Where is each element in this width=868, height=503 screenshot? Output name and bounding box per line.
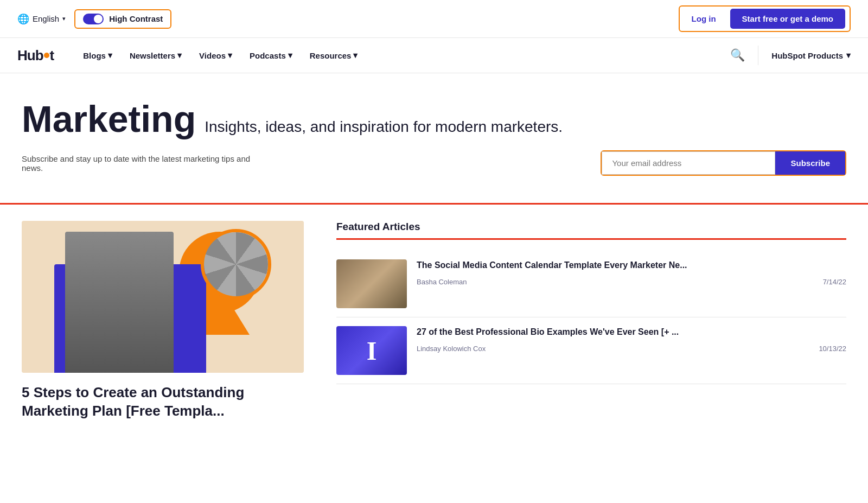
red-divider <box>0 203 868 205</box>
chevron-down-icon: ▾ <box>846 50 851 60</box>
featured-author-2: Lindsay Kolowich Cox <box>417 345 486 353</box>
chevron-down-icon: ▾ <box>353 50 358 60</box>
sidebar: Featured Articles The Social Media Conte… <box>336 221 846 421</box>
chevron-down-icon: ▾ <box>288 50 292 60</box>
top-bar: 🌐 English ▾ High Contrast Log in Start f… <box>0 0 868 38</box>
toggle-switch[interactable] <box>83 14 104 24</box>
login-button[interactable]: Log in <box>684 11 724 27</box>
hero-section: Marketing Insights, ideas, and inspirati… <box>0 73 868 203</box>
language-label: English <box>33 14 59 23</box>
featured-date-2: 10/13/22 <box>819 345 846 353</box>
logo-text: Hubt <box>17 47 54 64</box>
gears-inner <box>204 232 268 296</box>
subscribe-form: Subscribe <box>601 150 846 176</box>
nav-videos[interactable]: Videos ▾ <box>192 46 240 65</box>
featured-thumb-2: I <box>336 326 407 375</box>
high-contrast-toggle[interactable]: High Contrast <box>74 9 171 29</box>
chevron-down-icon: ▾ <box>62 15 66 22</box>
chevron-down-icon: ▾ <box>108 50 112 60</box>
demo-button[interactable]: Start free or get a demo <box>730 9 845 29</box>
thumb-letter: I <box>367 336 377 366</box>
chevron-down-icon: ▾ <box>177 50 182 60</box>
featured-heading: Featured Articles <box>336 221 846 233</box>
nav-divider <box>758 46 758 65</box>
logo[interactable]: Hubt <box>17 47 54 64</box>
logo-suffix: t <box>50 47 54 63</box>
article-title[interactable]: 5 Steps to Create an Outstanding Marketi… <box>22 384 304 421</box>
nav-podcasts[interactable]: Podcasts ▾ <box>242 46 300 65</box>
featured-item-2[interactable]: I 27 of the Best Professional Bio Exampl… <box>336 317 846 384</box>
featured-item[interactable]: The Social Media Content Calendar Templa… <box>336 251 846 317</box>
featured-title-1: The Social Media Content Calendar Templa… <box>417 259 846 271</box>
featured-meta-2: 27 of the Best Professional Bio Examples… <box>417 326 846 375</box>
featured-author-1: Basha Coleman <box>417 278 467 286</box>
search-icon[interactable]: 🔍 <box>730 48 745 62</box>
article-image <box>22 221 304 373</box>
nav-resources[interactable]: Resources ▾ <box>302 46 366 65</box>
language-selector[interactable]: 🌐 English ▾ <box>17 13 66 25</box>
chevron-down-icon: ▾ <box>228 50 232 60</box>
gears-decoration <box>201 229 271 300</box>
logo-dot <box>44 53 49 58</box>
content-area: 5 Steps to Create an Outstanding Marketi… <box>0 221 868 442</box>
subscribe-text: Subscribe and stay up to date with the l… <box>22 154 260 173</box>
high-contrast-label: High Contrast <box>109 14 163 23</box>
globe-icon: 🌐 <box>17 13 29 25</box>
featured-date-1: 7/14/22 <box>823 278 846 286</box>
toggle-knob <box>94 15 103 23</box>
subscribe-button[interactable]: Subscribe <box>775 151 845 175</box>
hero-title: Marketing <box>22 100 196 137</box>
main-article: 5 Steps to Create an Outstanding Marketi… <box>22 221 304 421</box>
featured-author-row-1: Basha Coleman 7/14/22 <box>417 278 846 286</box>
article-img-bg <box>22 221 304 373</box>
featured-author-row-2: Lindsay Kolowich Cox 10/13/22 <box>417 345 846 353</box>
featured-meta-1: The Social Media Content Calendar Templa… <box>417 259 846 308</box>
featured-thumb-1 <box>336 259 407 308</box>
top-bar-right: Log in Start free or get a demo <box>679 5 851 32</box>
nav-newsletters[interactable]: Newsletters ▾ <box>122 46 189 65</box>
nav-bar: Hubt Blogs ▾ Newsletters ▾ Videos ▾ Podc… <box>0 38 868 73</box>
logo-prefix: Hub <box>17 47 43 63</box>
hubspot-products-nav[interactable]: HubSpot Products ▾ <box>771 50 851 60</box>
top-bar-left: 🌐 English ▾ High Contrast <box>17 9 171 29</box>
nav-links: Blogs ▾ Newsletters ▾ Videos ▾ Podcasts … <box>75 46 730 65</box>
hero-subscribe: Subscribe and stay up to date with the l… <box>22 150 846 176</box>
hero-heading: Marketing Insights, ideas, and inspirati… <box>22 100 846 137</box>
email-input[interactable] <box>602 151 775 175</box>
person-silhouette <box>65 232 174 373</box>
nav-blogs[interactable]: Blogs ▾ <box>75 46 120 65</box>
featured-title-2: 27 of the Best Professional Bio Examples… <box>417 326 846 338</box>
hero-subtitle: Insights, ideas, and inspiration for mod… <box>205 118 563 136</box>
featured-divider <box>336 238 846 240</box>
